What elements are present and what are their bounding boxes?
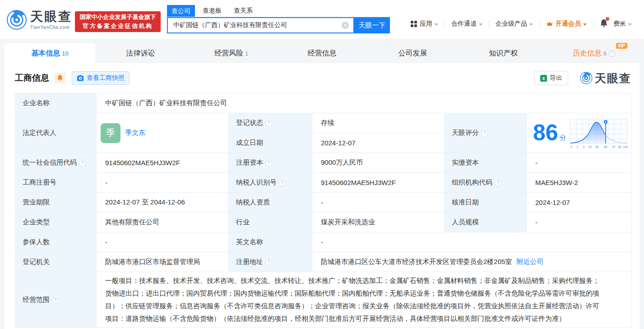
menu-open-vip[interactable]: 开通会员 — [546, 20, 587, 28]
reg-authority-value: 防城港市港口区市场监督管理局 — [97, 252, 229, 272]
table-row: 企业类型 其他有限责任公司 行业 煤炭开采和洗选业 人员规模 - — [15, 213, 632, 232]
help-icon[interactable]: ? — [52, 297, 59, 304]
field-label: 注册资本? — [229, 153, 312, 173]
tianyancha-logo[interactable]: 天眼查 TianYanCha.com — [6, 9, 72, 30]
section-title: 工商信息 — [15, 72, 49, 84]
help-icon[interactable]: ? — [79, 160, 86, 167]
english-name-value: - — [312, 232, 632, 252]
tab-lawsuits[interactable]: 法律诉讼 — [95, 43, 186, 63]
help-icon[interactable]: ? — [265, 160, 272, 167]
vip-badge: VIP — [616, 43, 627, 49]
establish-date-value: 2024-12-07 — [312, 133, 445, 153]
camera-icon — [77, 75, 84, 81]
field-label: 纳税人识别号? — [229, 173, 312, 193]
notifications-bell[interactable] — [600, 19, 608, 29]
company-nav-tabs: 基本信息10 法律诉讼 经营风险1 经营信息 公司发展 知识产权 VIP 历史信… — [5, 43, 639, 63]
svg-text:100: 100 — [623, 145, 628, 148]
help-icon[interactable]: ? — [495, 180, 501, 186]
help-icon[interactable]: ? — [279, 180, 286, 186]
table-row: 参保人数 - 英文名称 - — [15, 232, 632, 252]
tab-business-info[interactable]: 经营信息 — [277, 43, 367, 63]
menu-user[interactable]: 费米 — [613, 20, 632, 28]
search-area: 查公司 查老板 查关系 ✕ 天眼一下 — [167, 5, 390, 33]
help-icon[interactable]: ? — [265, 120, 272, 127]
field-label: 实缴资本 — [445, 153, 527, 173]
reg-address-value: 防城港市港口区公车大道市经济技术开发区管理委员会2楼205室附近公司 — [312, 252, 632, 272]
reg-status-value: 存续 — [312, 113, 445, 133]
table-row: 工商注册号 - 纳税人识别号? 91450602MAE5HJ3W2F 组织机构代… — [15, 173, 632, 193]
excel-icon: x — [540, 75, 547, 82]
field-label: 纳税人资质 — [229, 193, 312, 213]
company-card: 基本信息10 法律诉讼 经营风险1 经营信息 公司发展 知识产权 VIP 历史信… — [5, 43, 639, 329]
search-tab-boss[interactable]: 查老板 — [198, 5, 226, 17]
top-menu: 应用 合作通道 企业级产品 开通会员 费米 — [411, 16, 632, 32]
tab-business-risk[interactable]: 经营风险1 — [186, 43, 277, 63]
chevron-down-icon — [583, 23, 587, 26]
field-label: 企业名称 — [15, 93, 97, 113]
legal-rep-avatar[interactable]: 季 — [101, 123, 120, 143]
taxpayer-id-value: 91450602MAE5HJ3W2F — [312, 173, 445, 193]
page-header: 天眼查 TianYanCha.com 国家中小企业发展子基金旗下 官方备案企业征… — [0, 0, 644, 39]
field-label: 参保人数 — [15, 232, 97, 252]
search-button[interactable]: 天眼一下 — [354, 17, 390, 33]
help-icon[interactable]: ? — [609, 50, 616, 57]
field-label: 登记机关 — [15, 252, 97, 272]
paid-capital-value: - — [527, 153, 632, 173]
reg-number-value: - — [97, 173, 229, 193]
tab-company-development[interactable]: 公司发展 — [367, 43, 458, 63]
field-label: 组织机构代码? — [445, 173, 527, 193]
business-info-table: 企业名称 中矿国链（广西）矿业科技有限责任公司 法定代表人 季 季文东 登记状态… — [15, 93, 632, 328]
chevron-down-icon — [628, 23, 632, 26]
subscribe-bell[interactable] — [55, 73, 65, 83]
svg-text:0: 0 — [570, 145, 572, 148]
notification-dot — [606, 17, 609, 21]
field-label: 法定代表人 — [15, 113, 97, 153]
search-tab-relation[interactable]: 查关系 — [229, 5, 257, 17]
table-row: 营业期限 2024-12-07 至 2044-12-06 纳税人资质 - 核准日… — [15, 193, 632, 213]
svg-text:99: 99 — [618, 145, 621, 148]
score-value[interactable]: 86 — [533, 123, 558, 143]
field-label: 经营范围? — [15, 272, 97, 328]
field-label: 工商注册号 — [15, 173, 97, 193]
help-icon[interactable]: ? — [265, 259, 272, 266]
field-label: 核准日期 — [445, 193, 527, 213]
logo-swirl-icon — [580, 72, 593, 84]
taxpayer-quality-value: - — [312, 193, 445, 213]
legal-rep-link[interactable]: 季文东 — [125, 129, 145, 137]
menu-enterprise-products[interactable]: 企业级产品 — [496, 20, 533, 28]
menu-cooperation[interactable]: 合作通道 — [451, 20, 482, 28]
logo-domain: TianYanCha.com — [30, 25, 72, 30]
svg-text:15: 15 — [588, 145, 592, 148]
field-label: 成立日期 — [229, 133, 312, 153]
field-label: 行业 — [229, 213, 312, 232]
staff-size-value: - — [527, 213, 632, 232]
menu-apps[interactable]: 应用 — [411, 20, 438, 28]
view-snapshot-button[interactable]: 查看工商快照 — [72, 71, 130, 85]
search-input[interactable] — [173, 22, 336, 29]
score-distribution-chart: 0131550859799100 — [570, 119, 628, 149]
svg-text:3: 3 — [583, 145, 584, 148]
chevron-down-icon — [435, 23, 438, 26]
help-icon[interactable]: ? — [481, 130, 488, 137]
section-header: 工商信息 查看工商快照 x 导出 天眼查 — [5, 63, 639, 93]
insured-count-value: - — [97, 232, 229, 252]
tab-history-info[interactable]: VIP 历史信息6 ? — [549, 43, 639, 63]
field-label: 统一社会信用代码? — [15, 153, 97, 173]
chevron-down-icon — [529, 23, 533, 26]
bell-icon — [57, 74, 63, 82]
logo-text: 天眼查 — [30, 10, 72, 23]
score-cell: 86 分 — [527, 113, 632, 153]
tab-basic-info[interactable]: 基本信息10 — [5, 43, 95, 63]
field-label: 人员规模 — [445, 213, 527, 232]
svg-text:85: 85 — [604, 145, 607, 148]
apps-grid-icon — [411, 21, 417, 27]
nearby-companies-link[interactable]: 附近公司 — [516, 258, 543, 265]
export-button[interactable]: x 导出 — [534, 71, 568, 85]
tab-intellectual-property[interactable]: 知识产权 — [458, 43, 549, 63]
org-code-value: MAE5HJ3W-2 — [527, 173, 632, 193]
search-tab-company[interactable]: 查公司 — [167, 5, 195, 17]
gov-certification-badge: 国家中小企业发展子基金旗下 官方备案企业征信机构 — [75, 11, 161, 32]
field-label: 英文名称 — [229, 232, 312, 252]
legal-rep-cell: 季 季文东 — [97, 113, 229, 153]
clear-search-icon[interactable]: ✕ — [342, 22, 349, 29]
